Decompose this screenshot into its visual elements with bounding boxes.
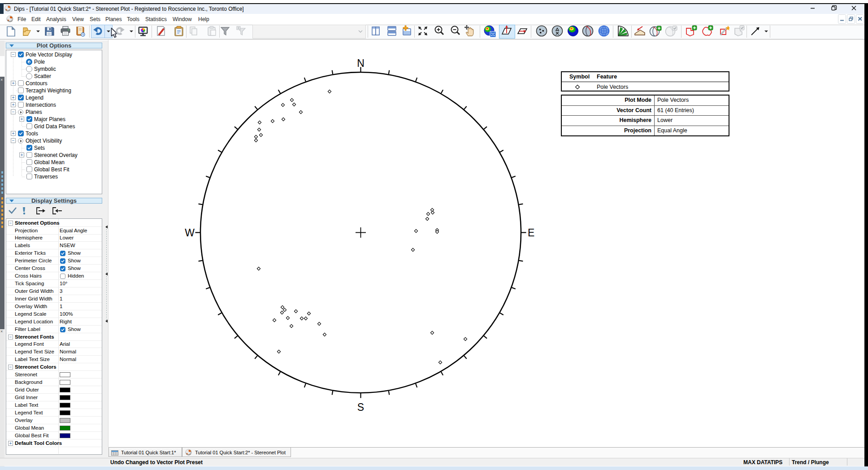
svg-text:E: E — [528, 227, 534, 239]
svg-text:W: W — [185, 227, 195, 239]
svg-text:N: N — [357, 57, 365, 69]
svg-text:S: S — [357, 401, 364, 413]
